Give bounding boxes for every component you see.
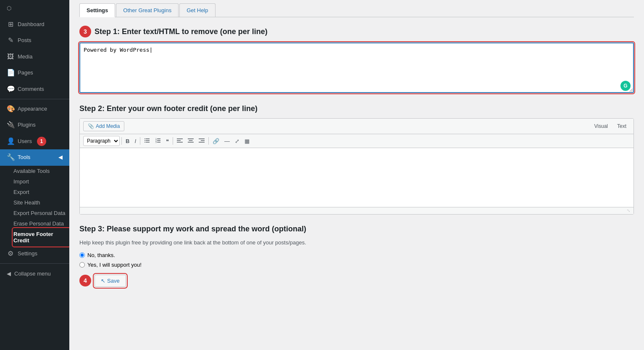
wp-editor: 📎 Add Media Visual Text Paragraph B I — [79, 118, 634, 215]
align-right-button[interactable] — [197, 137, 207, 146]
radio-yes-label[interactable]: Yes, I will support you! — [79, 262, 634, 268]
sidebar-item-label: Settings — [18, 250, 37, 257]
sidebar-item-label: Pages — [18, 69, 33, 77]
toolbar-divider-4 — [208, 137, 209, 145]
posts-icon: ✎ — [7, 36, 14, 45]
tab-visual[interactable]: Visual — [591, 122, 612, 131]
align-left-icon — [177, 138, 183, 143]
plugin-tabs: Settings Other Great Plugins Get Help — [79, 3, 634, 17]
sidebar-item-users[interactable]: 👤 Users 1 — [0, 133, 69, 149]
toolbar-divider-3 — [173, 137, 173, 145]
sidebar-sub-export[interactable]: Export — [13, 187, 69, 197]
collapse-icon: ◀ — [7, 270, 11, 277]
step3-section: Step 3: Please support my work and sprea… — [79, 225, 634, 287]
sidebar-item-media[interactable]: 🖼 Media — [0, 49, 69, 65]
ul-icon — [144, 138, 150, 143]
step2-heading: Step 2: Enter your own footer credit (on… — [79, 104, 634, 113]
sidebar-item-tools[interactable]: 🔧 Tools ◀ — [0, 149, 69, 165]
more-button[interactable]: — — [222, 137, 232, 146]
sidebar-sub-available-tools[interactable]: Available Tools — [13, 166, 69, 176]
sidebar-divider-2 — [0, 263, 69, 264]
radio-no-text: No, thanks. — [87, 252, 115, 258]
sidebar-divider — [0, 99, 69, 99]
radio-yes-input[interactable] — [79, 262, 85, 268]
step2-heading-text: Step 2: Enter your own footer credit (on… — [79, 104, 258, 113]
comments-icon: 💬 — [7, 85, 14, 94]
radio-no-label[interactable]: No, thanks. — [79, 252, 634, 258]
italic-button[interactable]: I — [132, 137, 138, 146]
align-center-button[interactable] — [186, 137, 196, 146]
bold-button[interactable]: B — [124, 137, 131, 146]
toolbar-divider-2 — [140, 137, 140, 145]
add-media-icon: 📎 — [88, 123, 94, 129]
sidebar-item-label: Dashboard — [18, 21, 45, 28]
paragraph-select[interactable]: Paragraph — [83, 136, 120, 146]
plugins-icon: 🔌 — [7, 120, 14, 130]
tab-other-plugins[interactable]: Other Great Plugins — [116, 3, 179, 17]
tab-settings[interactable]: Settings — [79, 3, 115, 17]
pages-icon: 📄 — [7, 68, 14, 77]
sidebar-sub-import[interactable]: Import — [13, 176, 69, 187]
sidebar-item-label: Tools — [18, 154, 30, 161]
tab-text[interactable]: Text — [613, 122, 630, 131]
sidebar-item-label: Appearance — [18, 105, 47, 113]
sidebar-item-label: Comments — [18, 85, 44, 93]
sidebar-sub-erase-personal[interactable]: Erase Personal Data — [13, 218, 69, 229]
bold-icon: B — [126, 138, 129, 144]
step3-support-text: Help keep this plugin free by providing … — [79, 239, 634, 247]
fullscreen-button[interactable]: ⤢ — [233, 137, 242, 146]
appearance-icon: 🎨 — [7, 104, 14, 114]
svg-text:3: 3 — [155, 141, 157, 143]
sidebar-item-comments[interactable]: 💬 Comments — [0, 81, 69, 97]
sidebar-item-dashboard[interactable]: ⊞ Dashboard — [0, 16, 69, 32]
sidebar-sub-export-personal[interactable]: Export Personal Data — [13, 208, 69, 218]
svg-point-5 — [145, 142, 145, 143]
sidebar-item-settings[interactable]: ⚙ Settings — [0, 246, 69, 262]
save-button[interactable]: ↖ Save — [95, 275, 126, 287]
save-area: 4 ↖ Save — [79, 275, 634, 287]
sidebar: ⬡ ⊞ Dashboard ✎ Posts 🖼 Media 📄 Pages 💬 … — [0, 0, 69, 350]
align-left-button[interactable] — [175, 137, 185, 146]
sidebar-item-pages[interactable]: 📄 Pages — [0, 65, 69, 81]
align-center-icon — [188, 138, 194, 143]
step3-heading: Step 3: Please support my work and sprea… — [79, 225, 634, 233]
settings-icon: ⚙ — [7, 249, 14, 258]
step3-heading-text: Step 3: Please support my work and sprea… — [79, 225, 306, 233]
sidebar-item-label: Media — [18, 53, 32, 61]
visual-text-tabs: Visual Text — [591, 122, 630, 131]
sidebar-logo: ⬡ — [0, 0, 69, 16]
radio-no-input[interactable] — [79, 252, 85, 258]
toolbar-divider-1 — [121, 137, 122, 145]
step1-section: 3 Step 1: Enter text/HTML to remove (one… — [79, 26, 634, 94]
users-badge: 1 — [37, 137, 46, 146]
svg-point-4 — [145, 140, 145, 141]
editor-body[interactable] — [80, 148, 633, 207]
sidebar-item-label: Users — [18, 138, 32, 145]
tab-get-help[interactable]: Get Help — [179, 3, 215, 17]
sidebar-item-label: Plugins — [18, 121, 36, 129]
dashboard-icon: ⊞ — [7, 20, 14, 29]
collapse-menu-item[interactable]: ◀ Collapse menu — [0, 267, 69, 280]
sidebar-item-appearance[interactable]: 🎨 Appearance — [0, 101, 69, 117]
add-media-button[interactable]: 📎 Add Media — [83, 121, 124, 131]
tools-icon: 🔧 — [7, 153, 14, 162]
link-button[interactable]: 🔗 — [210, 137, 221, 146]
sidebar-item-plugins[interactable]: 🔌 Plugins — [0, 117, 69, 133]
resize-handle: ⤡ — [627, 208, 632, 213]
sidebar-sub-remove-footer[interactable]: Remove Footer Credit — [13, 229, 69, 246]
step1-heading: 3 Step 1: Enter text/HTML to remove (one… — [79, 26, 634, 37]
editor-topbar: 📎 Add Media Visual Text — [80, 119, 633, 134]
blockquote-button[interactable]: ❝ — [164, 137, 171, 146]
save-cursor-icon: ↖ — [101, 278, 105, 284]
step1-textarea[interactable]: Powered by WordPress| — [79, 42, 634, 93]
wp-logo-icon: ⬡ — [7, 5, 11, 11]
sidebar-item-posts[interactable]: ✎ Posts — [0, 32, 69, 48]
radio-yes-text: Yes, I will support you! — [87, 262, 142, 268]
save-step-number: 4 — [79, 275, 91, 286]
italic-icon: I — [134, 138, 136, 144]
users-icon: 👤 — [7, 137, 14, 146]
ul-button[interactable] — [142, 136, 152, 146]
ol-button[interactable]: 123 — [153, 136, 163, 146]
sidebar-sub-site-health[interactable]: Site Health — [13, 197, 69, 208]
table-button[interactable]: ▦ — [242, 137, 252, 146]
